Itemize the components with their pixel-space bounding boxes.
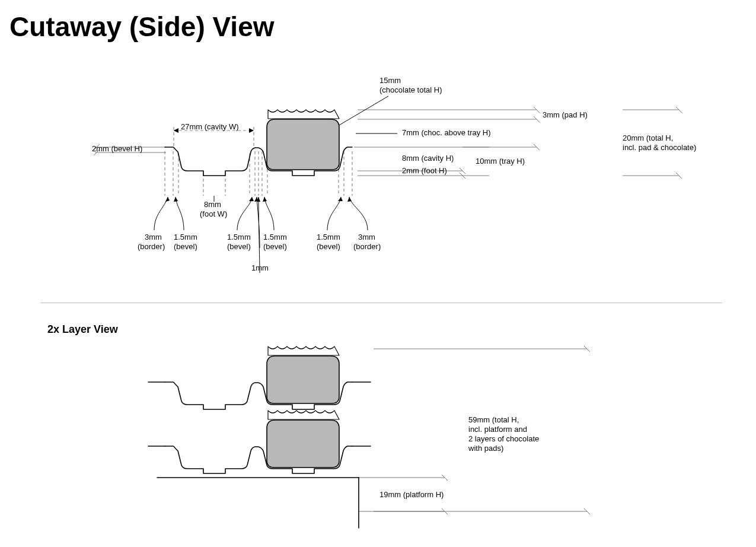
lbl-2x-total-4: with pads) [468,444,503,453]
lbl-one-mm: 1mm [251,263,269,273]
lbl-choc-total-1: 15mm [379,76,401,85]
lbl-2x-total-1: 59mm (total H, [468,415,519,425]
lbl-border-r-2: (border) [353,242,381,252]
section-divider [40,303,722,303]
lbl-foot-h: 2mm (foot H) [402,166,447,176]
lbl-total-h-2: incl. pad & chocolate) [623,143,696,152]
lbl-choc-total-2: (chocolate total H) [379,85,442,95]
lbl-cavity-h: 8mm (cavity H) [402,154,454,163]
lbl-2x-total-3: 2 layers of chocolate [468,434,539,444]
lbl-total-h-1: 20mm (total H, [623,133,673,143]
lbl-bevel-d-1: 1.5mm [317,233,340,242]
lbl-foot-w-1: 8mm [204,200,221,209]
lbl-bevel-b-1: 1.5mm [227,233,251,242]
lbl-tray-h: 10mm (tray H) [476,157,525,166]
lbl-bevel-c-2: (bevel) [263,242,287,252]
lbl-platform-h: 19mm (platform H) [379,490,444,500]
lbl-foot-w-2: (foot W) [200,209,227,219]
lbl-border-l-2: (border) [138,242,165,252]
lbl-2x-total-2: incl. platform and [468,425,527,434]
lbl-bevel-b-2: (bevel) [227,242,251,252]
lbl-pad-h: 3mm (pad H) [543,110,588,120]
lbl-bevel-a-1: 1.5mm [174,233,197,242]
lbl-border-l-1: 3mm [145,233,162,242]
svg-rect-34 [267,356,339,403]
two-layer-diagram [0,332,756,547]
svg-rect-37 [267,420,339,468]
lbl-bevel-a-2: (bevel) [174,242,197,252]
lbl-bevel-h: 2mm (bevel H) [92,144,142,154]
lbl-cavity-w: 27mm (cavity W) [181,122,239,132]
lbl-border-r-1: 3mm [358,233,375,242]
svg-rect-27 [267,119,339,170]
lbl-bevel-d-2: (bevel) [317,242,340,252]
lbl-choc-above: 7mm (choc. above tray H) [402,128,491,138]
lbl-bevel-c-1: 1.5mm [263,233,287,242]
